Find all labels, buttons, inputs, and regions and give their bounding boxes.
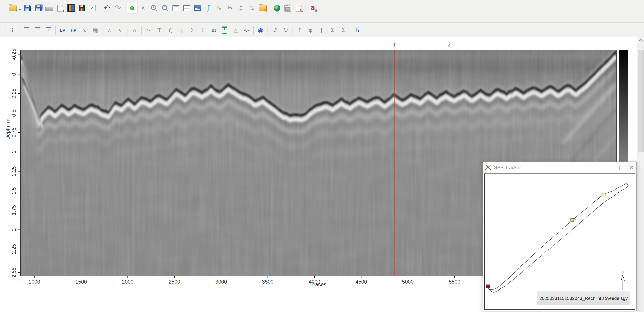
wiggle-mode-button[interactable]: ∧ <box>138 3 148 13</box>
hatch-overlay-icon: ≋ <box>249 5 254 11</box>
cut-traces-button[interactable]: ✂ <box>225 3 235 13</box>
y-tick-mark <box>18 272 20 273</box>
edit-file-button[interactable]: ✎ <box>258 3 268 13</box>
spline-tool-button[interactable]: Ƃ <box>352 25 362 35</box>
envelope-upper-button[interactable]: ∧ <box>104 25 114 35</box>
phase-tool-button[interactable]: φ <box>305 25 316 35</box>
y-tick-label: 1.75 <box>11 205 17 215</box>
cut-start-time-icon <box>35 27 40 34</box>
toolbar-row-main: ➜➜↶↷∧ʃ∿✂↕≋✎✎a⇅ <box>2 2 318 14</box>
close-button[interactable]: ✕ <box>626 162 636 173</box>
trace-marker-line-2[interactable] <box>449 50 449 276</box>
rotate-right-button[interactable]: ↻ <box>280 25 291 35</box>
sum-traces-button[interactable]: Σ <box>198 25 208 35</box>
trace-marker-line-1[interactable] <box>394 50 394 276</box>
gps-tracker-icon <box>485 164 491 171</box>
hatch-overlay-button[interactable]: ≋ <box>247 3 257 13</box>
dt-adjust-button[interactable]: Δt <box>208 25 219 35</box>
wavelet-tool-button[interactable]: ∿ <box>214 3 224 13</box>
open-file-overlay-icon: ➜ <box>14 9 17 13</box>
tile-view-button[interactable] <box>182 3 192 13</box>
save-file-icon <box>24 5 31 11</box>
y-tick-label: 1.25 <box>11 166 17 176</box>
low-pass-filter-button[interactable]: LP <box>58 25 68 35</box>
open-file-button[interactable]: ➜ <box>8 3 18 13</box>
toolbar-separator <box>306 4 306 12</box>
rotate-left-button[interactable]: ↺ <box>270 25 280 35</box>
scroll-up-icon[interactable] <box>638 39 643 43</box>
gain-curve-button[interactable]: ʃ <box>203 3 214 13</box>
t-transform-button[interactable]: ⊺ <box>294 25 305 35</box>
x-tick-label: 2000 <box>122 279 133 285</box>
stack-traces-button[interactable]: Ʃ <box>187 25 197 35</box>
background-removal-button[interactable] <box>220 25 230 35</box>
sum-traces-icon: Σ <box>201 27 205 33</box>
redo-icon: ↷ <box>114 4 121 12</box>
vertical-scrollbar[interactable] <box>637 37 644 312</box>
spectrum-tool-icon: ʒ <box>180 27 183 33</box>
vertical-scale-button[interactable]: ↕ <box>236 3 246 13</box>
gps-settings-button[interactable] <box>282 3 293 13</box>
minimize-button[interactable]: – <box>606 162 616 173</box>
export-file-button[interactable]: ➜ <box>55 3 65 13</box>
bandpass-filter-icon: ∿ <box>82 27 87 33</box>
wavelet-transform-button[interactable]: ζ <box>165 25 176 35</box>
bandpass-filter-button[interactable]: ∿ <box>79 25 90 35</box>
edit-annotations-button[interactable]: ✎ <box>294 3 304 13</box>
gps-window-titlebar[interactable]: GPS Tracker –□✕ <box>483 162 636 173</box>
stamp-tool-button[interactable]: ⌂ <box>129 25 140 35</box>
color-palette-button[interactable] <box>66 3 76 13</box>
deconvolution-button[interactable]: ϟ <box>143 25 154 35</box>
set-time-zero-button[interactable] <box>22 25 32 35</box>
migration-button[interactable]: △ <box>230 25 241 35</box>
gps-window-title: GPS Tracker <box>494 165 521 170</box>
time-align-button[interactable]: ⊤ <box>154 25 165 35</box>
dc-removal-button[interactable]: -0- <box>241 25 252 35</box>
fit-view-button[interactable] <box>170 3 181 13</box>
dc-removal-icon: -0- <box>244 28 249 32</box>
point-mode-button[interactable] <box>126 2 138 13</box>
toolbar-row-processing: ≀LPHP∿▦∧∨⌂ϟ⊤ζʒƩΣΔt△-0-◉↺↻⊺φ∫ƩΣƂ <box>2 24 363 36</box>
envelope-lower-button[interactable]: ∨ <box>115 25 126 35</box>
x-tick-mark <box>128 276 128 278</box>
scrollbar-thumb[interactable] <box>638 50 644 153</box>
save-image-button[interactable] <box>76 3 87 13</box>
apply-options-button[interactable] <box>88 3 98 13</box>
align-start-time-button[interactable] <box>43 25 54 35</box>
gps-waypoint-label-2: 2 <box>574 218 576 222</box>
x-tick-mark <box>81 276 81 278</box>
undo-button[interactable]: ↶ <box>102 3 112 13</box>
trace-signal-button[interactable]: ≀ <box>8 25 18 35</box>
fk-filter-button[interactable]: ▦ <box>90 25 100 35</box>
open-file-dropdown-button[interactable] <box>18 3 22 13</box>
integrate-button[interactable]: ∫ <box>316 25 327 35</box>
spectrum-tool-button[interactable]: ʒ <box>176 25 186 35</box>
total-sum-icon: Σ <box>342 27 345 33</box>
edit-annotations-overlay-icon: ✎ <box>300 9 303 13</box>
high-pass-filter-button[interactable]: HP <box>68 25 79 35</box>
text-scale-button[interactable]: a⇅ <box>308 3 318 13</box>
total-sum-button[interactable]: Σ <box>338 25 348 35</box>
focus-tool-button[interactable]: ◉ <box>255 25 266 35</box>
stack-traces-icon: Ʃ <box>190 27 194 33</box>
y-tick-label: 0.75 <box>11 128 17 138</box>
x-tick-label: 3000 <box>215 279 227 285</box>
histogram-view-button[interactable] <box>192 3 203 13</box>
zoom-in-button[interactable] <box>149 3 159 13</box>
globe-view-button[interactable] <box>272 3 282 13</box>
t-transform-icon: ⊺ <box>298 27 301 33</box>
y-tick-mark <box>18 171 20 171</box>
save-file-as-button[interactable] <box>33 3 44 13</box>
redo-button[interactable]: ↷ <box>112 3 123 13</box>
save-file-button[interactable] <box>22 3 32 13</box>
zoom-out-button[interactable] <box>160 3 170 13</box>
gps-track-map[interactable]: 12N 20250331151532043_Rechlinkstweede.sg… <box>484 173 635 310</box>
cut-start-time-button[interactable] <box>32 25 43 35</box>
trace-marker-label-1: 1 <box>393 41 396 48</box>
window-sum-button[interactable]: Ʃ <box>327 25 338 35</box>
print-button[interactable] <box>44 3 54 13</box>
y-tick-mark <box>18 54 20 55</box>
maximize-button[interactable]: □ <box>616 162 626 173</box>
x-tick-mark <box>221 276 222 278</box>
x-tick-mark <box>408 276 408 278</box>
